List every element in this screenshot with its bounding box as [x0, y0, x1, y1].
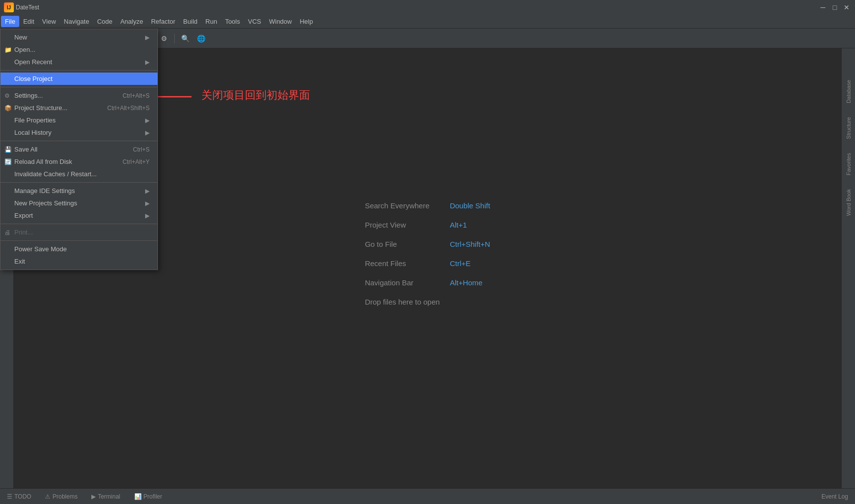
shortcut-hint: Ctrl+Alt+Shift+S: [107, 105, 150, 112]
drop-files-text: Drop files here to open: [365, 298, 440, 306]
menu-file[interactable]: File: [1, 16, 19, 27]
toolbar-translate-button[interactable]: 🌐: [194, 32, 208, 45]
terminal-label: Terminal: [98, 493, 120, 500]
menu-navigate[interactable]: Navigate: [60, 16, 93, 27]
shortcuts-container: Search Everywhere Double Shift Project V…: [365, 201, 490, 306]
shortcut-search-key: Double Shift: [450, 201, 490, 210]
menu-vcs[interactable]: VCS: [244, 16, 265, 27]
item-label: New: [14, 34, 27, 41]
problems-label: Problems: [52, 493, 78, 500]
menu-item-project-structure[interactable]: 📦 Project Structure... Ctrl+Alt+Shift+S: [0, 102, 157, 114]
reload-icon: 🔄: [4, 158, 12, 165]
menu-build[interactable]: Build: [179, 16, 201, 27]
menu-item-manage-ide[interactable]: Manage IDE Settings ▶: [0, 185, 157, 197]
item-label: Power Save Mode: [14, 245, 67, 253]
item-label: Project Structure...: [14, 104, 68, 112]
item-label: File Properties: [14, 116, 56, 124]
item-label: Close Project: [14, 75, 52, 82]
separator-5: [0, 224, 157, 224]
menu-help[interactable]: Help: [296, 16, 317, 27]
menu-item-export[interactable]: Export ▶: [0, 209, 157, 222]
menu-view[interactable]: View: [38, 16, 60, 27]
menu-item-close-project[interactable]: Close Project: [0, 73, 157, 85]
separator-4: [0, 182, 157, 183]
item-label: Open Recent: [14, 58, 52, 66]
shortcut-nav-bar: Navigation Bar Alt+Home: [365, 278, 490, 287]
menu-item-print: 🖨 Print...: [0, 226, 157, 238]
separator-2: [0, 87, 157, 87]
status-problems[interactable]: ⚠ Problems: [42, 492, 80, 501]
menu-refactor[interactable]: Refactor: [147, 16, 179, 27]
menu-item-invalidate[interactable]: Invalidate Caches / Restart...: [0, 168, 157, 180]
profiler-label: Profiler: [144, 493, 162, 500]
toolbar-separator-3: [174, 34, 175, 43]
shortcut-hint: Ctrl+S: [133, 146, 150, 153]
menu-analyze[interactable]: Analyze: [117, 16, 147, 27]
sidebar-database-label[interactable]: Database: [845, 78, 853, 105]
status-profiler[interactable]: 📊 Profiler: [131, 492, 165, 501]
todo-icon: ☰: [7, 493, 12, 500]
menu-item-power-save[interactable]: Power Save Mode: [0, 243, 157, 255]
profiler-icon: 📊: [134, 493, 142, 500]
menu-item-open-recent[interactable]: Open Recent ▶: [0, 56, 157, 68]
shortcut-drop-files: Drop files here to open: [365, 298, 490, 306]
terminal-icon: ▶: [91, 493, 96, 500]
menu-code[interactable]: Code: [93, 16, 117, 27]
shortcut-goto-key: Ctrl+Shift+N: [450, 240, 490, 248]
toolbar-search-button[interactable]: 🔍: [178, 32, 192, 45]
gear-icon: ⚙: [4, 92, 10, 99]
shortcut-recent-key: Ctrl+E: [450, 259, 470, 268]
maximize-button[interactable]: □: [830, 3, 839, 12]
item-label: Local History: [14, 129, 51, 136]
menu-item-reload[interactable]: 🔄 Reload All from Disk Ctrl+Alt+Y: [0, 155, 157, 168]
separator-3: [0, 141, 157, 141]
sidebar-wordbook-label[interactable]: Word Book: [845, 187, 853, 218]
item-label: Print...: [14, 229, 33, 236]
app-icon: IJ: [4, 2, 14, 12]
toolbar-sdk2-button[interactable]: ⚙: [157, 32, 171, 45]
item-label: Manage IDE Settings: [14, 187, 75, 194]
status-todo[interactable]: ☰ TODO: [4, 492, 34, 501]
shortcut-project-view: Project View Alt+1: [365, 221, 490, 229]
item-label: Reload All from Disk: [14, 158, 72, 165]
menu-run[interactable]: Run: [201, 16, 221, 27]
arrow-right-icon: ▶: [145, 188, 150, 194]
menu-item-new-projects[interactable]: New Projects Settings ▶: [0, 197, 157, 209]
title-bar-left: IJ DateTest: [4, 2, 39, 12]
shortcut-project-label: Project View: [365, 221, 444, 229]
right-sidebar: Database Structure Favorites Word Book: [841, 48, 855, 488]
shortcut-goto-file: Go to File Ctrl+Shift+N: [365, 240, 490, 248]
event-log[interactable]: Event Log: [818, 492, 851, 501]
problems-icon: ⚠: [45, 493, 50, 500]
title-bar-controls: ─ □ ✕: [818, 3, 851, 12]
menu-bar: File Edit View Navigate Code Analyze Ref…: [0, 15, 855, 29]
status-bar: ☰ TODO ⚠ Problems ▶ Terminal 📊 Profiler …: [0, 488, 855, 504]
item-label: New Projects Settings: [14, 199, 77, 207]
menu-item-new[interactable]: New ▶: [0, 31, 157, 43]
folder-icon: 📁: [4, 46, 12, 53]
menu-item-settings[interactable]: ⚙ Settings... Ctrl+Alt+S: [0, 89, 157, 102]
status-terminal[interactable]: ▶ Terminal: [88, 492, 123, 501]
shortcut-search: Search Everywhere Double Shift: [365, 201, 490, 210]
menu-edit[interactable]: Edit: [19, 16, 38, 27]
project-icon: 📦: [4, 105, 12, 112]
menu-window[interactable]: Window: [265, 16, 296, 27]
menu-item-exit[interactable]: Exit: [0, 255, 157, 268]
menu-tools[interactable]: Tools: [221, 16, 244, 27]
menu-item-file-properties[interactable]: File Properties ▶: [0, 114, 157, 126]
shortcut-search-label: Search Everywhere: [365, 201, 444, 210]
separator-1: [0, 70, 157, 71]
sidebar-structure-label[interactable]: Structure: [845, 115, 853, 141]
close-button[interactable]: ✕: [842, 3, 851, 12]
minimize-button[interactable]: ─: [818, 3, 827, 12]
sidebar-favorites-label[interactable]: Favorites: [845, 151, 853, 177]
arrow-right-icon: ▶: [145, 200, 150, 207]
item-label: Invalidate Caches / Restart...: [14, 170, 97, 178]
menu-item-open[interactable]: 📁 Open...: [0, 43, 157, 56]
item-label: Settings...: [14, 92, 43, 99]
annotation-text: 关闭项目回到初始界面: [201, 88, 310, 103]
menu-item-local-history[interactable]: Local History ▶: [0, 126, 157, 139]
shortcut-hint: Ctrl+Alt+Y: [122, 158, 150, 165]
item-label: Open...: [14, 46, 36, 53]
menu-item-save-all[interactable]: 💾 Save All Ctrl+S: [0, 143, 157, 155]
